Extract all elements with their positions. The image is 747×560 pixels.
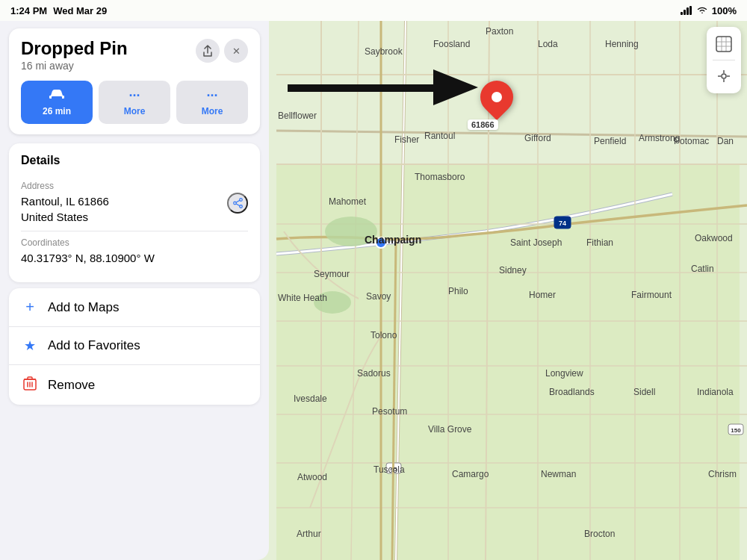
coordinates-value: 40.31793° N, 88.10900° W xyxy=(21,250,248,266)
city-mahomet: Mahomet xyxy=(329,196,366,207)
svg-point-47 xyxy=(233,202,236,205)
city-henning: Henning xyxy=(605,39,639,49)
city-bellflower: Bellflower xyxy=(278,111,317,121)
city-newman: Newman xyxy=(541,469,576,479)
city-champaign: Champaign xyxy=(365,234,421,246)
sidebar-panel: Dropped Pin 16 mi away ✕ 26 min xyxy=(0,21,269,560)
svg-rect-41 xyxy=(686,7,689,15)
address-line1: Rantoul, IL 61866 xyxy=(21,193,109,209)
city-atwood: Atwood xyxy=(297,472,327,482)
more-button-2[interactable]: ··· More xyxy=(176,81,248,124)
status-time: 1:24 PM xyxy=(10,5,47,16)
remove-label: Remove xyxy=(48,378,95,393)
trash-icon xyxy=(21,376,39,394)
add-to-favorites-item[interactable]: ★ Add to Favorites xyxy=(9,327,260,365)
panel-title: Dropped Pin xyxy=(21,39,128,58)
details-title: Details xyxy=(21,154,248,167)
city-villaGrove: Villa Grove xyxy=(428,424,471,435)
city-tolono: Tolono xyxy=(371,330,397,340)
close-button[interactable]: ✕ xyxy=(224,39,248,63)
options-card: + Add to Maps ★ Add to Favorites Remove xyxy=(9,288,260,405)
city-chrism: Chrism xyxy=(708,469,737,479)
map-type-button[interactable] xyxy=(710,30,738,58)
add-to-maps-item[interactable]: + Add to Maps xyxy=(9,288,260,327)
svg-line-49 xyxy=(236,204,240,206)
city-philo: Philo xyxy=(448,286,468,296)
car-icon xyxy=(49,88,65,104)
svg-rect-42 xyxy=(689,6,692,15)
svg-rect-39 xyxy=(681,12,683,15)
svg-line-48 xyxy=(236,200,240,202)
action-row: 26 min ··· More ··· More xyxy=(21,81,248,124)
address-line2: United States xyxy=(21,209,109,225)
coordinates-row: Coordinates 40.31793° N, 88.10900° W xyxy=(21,231,248,272)
add-to-maps-label: Add to Maps xyxy=(48,300,119,315)
city-gifford: Gifford xyxy=(524,133,551,143)
city-savoy: Savoy xyxy=(366,291,391,302)
city-broadlands: Broadlands xyxy=(549,387,595,397)
city-catlin: Catlin xyxy=(691,264,714,274)
svg-rect-40 xyxy=(684,10,686,15)
city-saintJoseph: Saint Joseph xyxy=(510,237,562,248)
more-icon-1: ··· xyxy=(128,88,140,104)
address-label: Address xyxy=(21,181,109,191)
address-share-button[interactable] xyxy=(227,193,248,214)
status-date: Wed Mar 29 xyxy=(53,5,107,16)
drive-label: 26 min xyxy=(43,106,71,116)
city-sidney: Sidney xyxy=(499,265,527,276)
star-icon: ★ xyxy=(21,337,39,354)
city-fisher: Fisher xyxy=(394,134,419,145)
battery-indicator: 100% xyxy=(712,5,737,16)
wifi-icon xyxy=(696,6,708,15)
pin-label: 61866 xyxy=(468,119,498,130)
svg-text:150: 150 xyxy=(731,427,741,434)
city-dan: Dan xyxy=(717,136,734,146)
city-whiteHeath: White Heath xyxy=(278,293,327,303)
location-button[interactable] xyxy=(710,62,738,90)
svg-point-34 xyxy=(722,74,726,78)
panel-subtitle: 16 mi away xyxy=(21,60,128,72)
city-homer: Homer xyxy=(529,290,556,300)
add-to-favorites-label: Add to Favorites xyxy=(48,338,140,353)
svg-point-44 xyxy=(60,97,62,99)
city-ivesdale: Ivesdale xyxy=(294,393,327,404)
remove-item[interactable]: Remove xyxy=(9,365,260,405)
city-penfield: Penfield xyxy=(594,136,626,146)
city-sadorus: Sadorus xyxy=(357,368,391,379)
city-saybrook: Saybrook xyxy=(365,46,403,57)
address-row: Address Rantoul, IL 61866 United States xyxy=(21,175,248,231)
city-fairmount: Fairmount xyxy=(631,290,672,300)
city-arthur: Arthur xyxy=(297,529,321,539)
more-button-1[interactable]: ··· More xyxy=(99,81,170,124)
city-pesotum: Pesotum xyxy=(372,406,407,417)
city-brocton: Brocton xyxy=(584,529,615,539)
signal-icon xyxy=(681,6,692,15)
city-seymour: Seymour xyxy=(314,269,350,279)
details-card: Details Address Rantoul, IL 61866 United… xyxy=(9,143,260,282)
share-button[interactable] xyxy=(196,39,220,63)
more-label-2: More xyxy=(202,106,223,116)
arrow-annotation xyxy=(288,63,486,112)
svg-rect-33 xyxy=(716,37,731,52)
city-tuscola: Tuscola xyxy=(374,464,405,475)
city-fithian: Fithian xyxy=(586,237,613,248)
svg-text:74: 74 xyxy=(559,220,566,227)
city-rantoul: Rantoul xyxy=(424,131,455,141)
city-longview: Longview xyxy=(545,368,583,379)
city-thomasboro: Thomasboro xyxy=(415,172,465,182)
more-icon-2: ··· xyxy=(206,88,217,104)
panel-card: Dropped Pin 16 mi away ✕ 26 min xyxy=(9,28,260,134)
city-camargo: Camargo xyxy=(452,469,489,479)
map-controls xyxy=(707,27,741,93)
city-paxton: Paxton xyxy=(486,26,513,37)
city-indianola: Indianola xyxy=(697,387,734,397)
status-bar: 1:24 PM Wed Mar 29 100% xyxy=(0,0,747,21)
city-foosland: Foosland xyxy=(433,39,470,49)
city-sidell: Sidell xyxy=(633,387,655,397)
city-potomac: Potomac xyxy=(674,136,709,146)
more-label-1: More xyxy=(124,106,146,116)
add-icon: + xyxy=(21,299,39,316)
drive-button[interactable]: 26 min xyxy=(21,81,93,124)
city-oakwood: Oakwood xyxy=(695,233,733,243)
svg-point-43 xyxy=(52,97,55,99)
